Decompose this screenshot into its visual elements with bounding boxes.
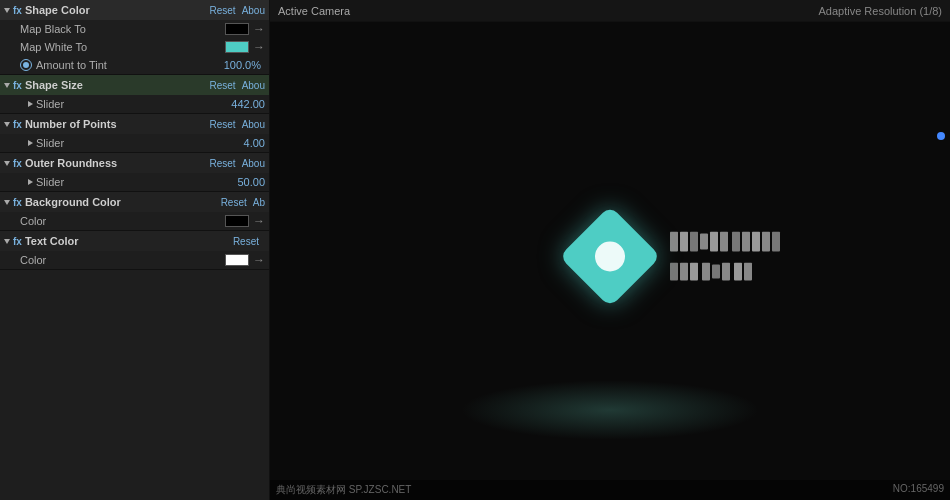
viewport-header: Active Camera Adaptive Resolution (1/8): [270, 0, 950, 22]
effect-name-shape-color: Shape Color: [25, 4, 210, 16]
slider-value-points[interactable]: 4.00: [225, 137, 265, 149]
arrow-icon-text: →: [253, 253, 265, 267]
prop-text-color: Color →: [0, 251, 269, 269]
about-roundness[interactable]: Abou: [242, 158, 265, 169]
camera-label: Active Camera: [278, 5, 350, 17]
prop-label-amount-tint: Amount to Tint: [36, 59, 224, 71]
color-swatch-black[interactable]: [225, 23, 249, 35]
reset-points[interactable]: Reset: [210, 119, 236, 130]
watermark-right: NO:165499: [893, 483, 944, 497]
reset-shape-size[interactable]: Reset: [210, 80, 236, 91]
pixel-text-svg-top: [670, 231, 790, 256]
bottom-bar: 典尚视频素材网 SP.JZSC.NET NO:165499: [270, 480, 950, 500]
slider-triangle-points: [28, 140, 33, 146]
svg-rect-9: [762, 231, 770, 251]
slider-triangle-roundness: [28, 179, 33, 185]
prop-bg-color: Color →: [0, 212, 269, 230]
color-swatch-bg[interactable]: [225, 215, 249, 227]
arrow-icon-map-white: →: [253, 40, 265, 54]
pixel-text-area: [670, 231, 790, 282]
reset-roundness[interactable]: Reset: [210, 158, 236, 169]
slider-row-shape-size: Slider 442.00: [0, 95, 269, 113]
fx-badge-bg-color: fx: [13, 197, 22, 208]
effect-name-roundness: Outer Roundness: [25, 157, 210, 169]
reset-bg-color[interactable]: Reset: [221, 197, 247, 208]
prop-icon-tint[interactable]: [20, 59, 32, 71]
effect-name-shape-size: Shape Size: [25, 79, 210, 91]
svg-rect-7: [742, 231, 750, 251]
effect-name-bg-color: Background Color: [25, 196, 221, 208]
triangle-icon-points: [4, 122, 10, 127]
svg-rect-3: [700, 233, 708, 249]
prop-amount-to-tint: Amount to Tint 100.0%: [0, 56, 269, 74]
slider-label-points: Slider: [36, 137, 225, 149]
svg-rect-2: [690, 231, 698, 251]
triangle-icon-roundness: [4, 161, 10, 166]
effect-header-shape-size[interactable]: fx Shape Size Reset Abou: [0, 75, 269, 95]
effect-group-shape-color: fx Shape Color Reset Abou Map Black To →…: [0, 0, 269, 75]
slider-label-shape-size: Slider: [36, 98, 225, 110]
effect-header-text-color[interactable]: fx Text Color Reset: [0, 231, 269, 251]
fx-badge-text-color: fx: [13, 236, 22, 247]
reset-shape-color[interactable]: Reset: [210, 5, 236, 16]
prop-icon-inner-tint: [23, 62, 29, 68]
about-bg-color[interactable]: Ab: [253, 197, 265, 208]
reset-text-color[interactable]: Reset: [233, 236, 259, 247]
slider-triangle-shape-size: [28, 101, 33, 107]
prop-label-map-white-to: Map White To: [20, 41, 225, 53]
effect-header-number-of-points[interactable]: fx Number of Points Reset Abou: [0, 114, 269, 134]
fx-badge-shape-size: fx: [13, 80, 22, 91]
watermark-left: 典尚视频素材网 SP.JZSC.NET: [276, 483, 411, 497]
prop-label-text-color: Color: [20, 254, 225, 266]
pixel-row-1: [670, 231, 790, 256]
effect-header-background-color[interactable]: fx Background Color Reset Ab: [0, 192, 269, 212]
fx-badge-points: fx: [13, 119, 22, 130]
fx-badge-shape-color: fx: [13, 5, 22, 16]
effect-name-points: Number of Points: [25, 118, 210, 130]
about-shape-color[interactable]: Abou: [242, 5, 265, 16]
prop-map-white-to: Map White To →: [0, 38, 269, 56]
svg-rect-1: [680, 231, 688, 251]
effect-header-outer-roundness[interactable]: fx Outer Roundness Reset Abou: [0, 153, 269, 173]
left-panel: fx Shape Color Reset Abou Map Black To →…: [0, 0, 270, 500]
diamond-container: [565, 212, 655, 302]
right-panel: Active Camera Adaptive Resolution (1/8): [270, 0, 950, 500]
viewport-canvas[interactable]: 典尚视频素材网 SP.JZSC.NET NO:165499: [270, 22, 950, 500]
color-swatch-teal[interactable]: [225, 41, 249, 53]
effect-group-text-color: fx Text Color Reset Color →: [0, 231, 269, 270]
slider-value-shape-size[interactable]: 442.00: [225, 98, 265, 110]
effect-group-outer-roundness: fx Outer Roundness Reset Abou Slider 50.…: [0, 153, 269, 192]
effect-group-shape-size: fx Shape Size Reset Abou Slider 442.00: [0, 75, 269, 114]
fx-badge-roundness: fx: [13, 158, 22, 169]
svg-rect-5: [720, 231, 728, 251]
viewport-glow: [460, 380, 760, 440]
effect-name-text-color: Text Color: [25, 235, 233, 247]
svg-rect-16: [722, 262, 730, 280]
effect-group-number-of-points: fx Number of Points Reset Abou Slider 4.…: [0, 114, 269, 153]
about-points[interactable]: Abou: [242, 119, 265, 130]
slider-row-roundness: Slider 50.00: [0, 173, 269, 191]
triangle-icon-shape-color: [4, 8, 10, 13]
svg-rect-14: [702, 262, 710, 280]
prop-label-bg-color: Color: [20, 215, 225, 227]
slider-label-roundness: Slider: [36, 176, 225, 188]
svg-rect-8: [752, 231, 760, 251]
svg-rect-11: [670, 262, 678, 280]
pixel-row-2: [670, 262, 790, 282]
slider-value-roundness[interactable]: 50.00: [225, 176, 265, 188]
triangle-icon-bg-color: [4, 200, 10, 205]
svg-rect-10: [772, 231, 780, 251]
svg-rect-6: [732, 231, 740, 251]
slider-row-points: Slider 4.00: [0, 134, 269, 152]
svg-rect-17: [734, 262, 742, 280]
svg-rect-12: [680, 262, 688, 280]
triangle-icon-text-color: [4, 239, 10, 244]
triangle-icon-shape-size: [4, 83, 10, 88]
color-swatch-text[interactable]: [225, 254, 249, 266]
about-shape-size[interactable]: Abou: [242, 80, 265, 91]
effect-header-shape-color[interactable]: fx Shape Color Reset Abou: [0, 0, 269, 20]
svg-rect-4: [710, 231, 718, 251]
svg-rect-15: [712, 264, 720, 278]
logo-area: [565, 212, 790, 302]
prop-map-black-to: Map Black To →: [0, 20, 269, 38]
